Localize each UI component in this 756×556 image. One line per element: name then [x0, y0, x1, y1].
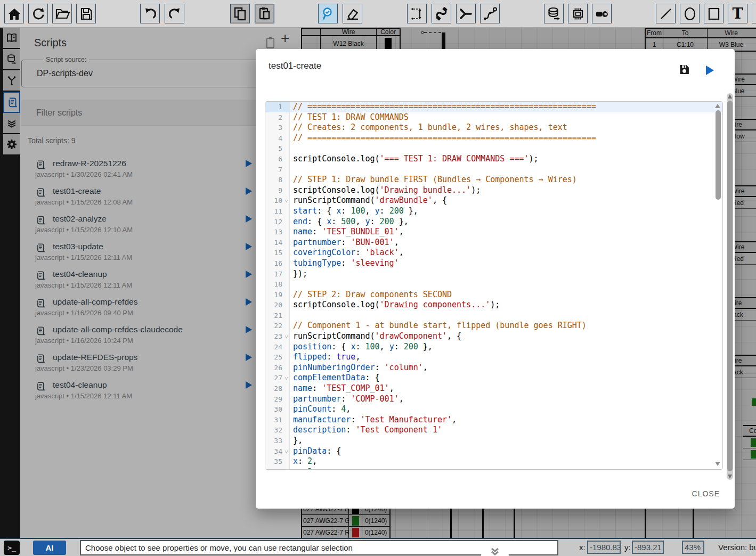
eraser-icon[interactable]: [343, 4, 362, 23]
draw-text-icon[interactable]: T: [728, 4, 747, 23]
connector-icon[interactable]: [592, 4, 612, 23]
y-label: y:: [624, 543, 631, 552]
draw-line-icon[interactable]: [656, 4, 676, 23]
editor-scroll-down-icon[interactable]: [715, 462, 720, 466]
draw-rectangle-icon[interactable]: [704, 4, 724, 23]
database-export-icon[interactable]: [544, 4, 564, 23]
editor-scroll-up-icon[interactable]: [715, 104, 720, 108]
zoom-level[interactable]: 43%: [682, 541, 704, 554]
copy-icon[interactable]: [230, 4, 250, 23]
save-script-icon[interactable]: [679, 64, 690, 77]
cable-icon[interactable]: [432, 4, 451, 23]
dimension-icon[interactable]: [407, 4, 427, 23]
scrollbar-thumb[interactable]: [727, 101, 733, 471]
app-window: T Scripts + Script source: DP-scripts-de…: [0, 0, 756, 556]
run-script-icon[interactable]: [706, 66, 714, 75]
scroll-down-icon[interactable]: [728, 475, 732, 479]
zoom-verify-icon[interactable]: [318, 4, 338, 23]
paste-icon[interactable]: [255, 4, 274, 23]
x-value: -1980.83: [587, 541, 621, 554]
y-value: -893.21: [632, 541, 664, 554]
splice-icon[interactable]: [456, 4, 476, 23]
route-icon[interactable]: [480, 4, 500, 23]
save-icon[interactable]: [76, 4, 96, 23]
undo-icon[interactable]: [140, 4, 160, 23]
scroll-up-icon[interactable]: [728, 94, 732, 99]
ai-button[interactable]: AI: [33, 541, 66, 555]
terminal-icon[interactable]: >_: [4, 541, 20, 555]
open-project-icon[interactable]: [52, 4, 72, 23]
dialog-title: test01-create: [269, 61, 321, 71]
chevron-down-icon: [490, 547, 500, 556]
code-lines: 1// ====================================…: [265, 102, 722, 470]
code-editor[interactable]: 1// ====================================…: [265, 101, 723, 470]
sync-icon[interactable]: [28, 4, 48, 23]
version-label: Version: bu: [718, 543, 756, 552]
home-icon[interactable]: [4, 4, 24, 23]
close-button[interactable]: CLOSE: [692, 489, 720, 498]
dialog-scrollbar[interactable]: [727, 93, 733, 480]
toolbar-button-partial[interactable]: [752, 4, 756, 23]
x-label: x:: [579, 543, 586, 552]
redo-icon[interactable]: [165, 4, 184, 23]
chip-icon[interactable]: [568, 4, 588, 23]
draw-ellipse-icon[interactable]: [680, 4, 700, 23]
top-toolbar: T: [0, 0, 756, 28]
script-editor-dialog: test01-create 1// ======================…: [256, 49, 735, 509]
editor-scrollbar-thumb[interactable]: [716, 110, 721, 200]
status-bar: >_ AI Choose object to see properties or…: [0, 538, 756, 556]
